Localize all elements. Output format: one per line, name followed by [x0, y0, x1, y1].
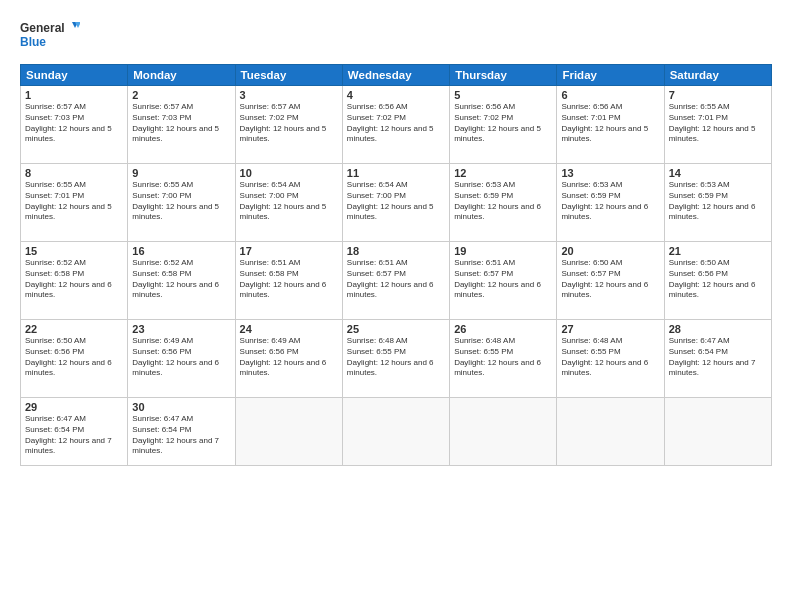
day-number: 29 [25, 401, 123, 413]
calendar-cell: 22 Sunrise: 6:50 AMSunset: 6:56 PMDaylig… [21, 320, 128, 398]
calendar-cell: 17 Sunrise: 6:51 AMSunset: 6:58 PMDaylig… [235, 242, 342, 320]
cell-info: Sunrise: 6:47 AMSunset: 6:54 PMDaylight:… [132, 414, 230, 457]
cell-info: Sunrise: 6:51 AMSunset: 6:58 PMDaylight:… [240, 258, 338, 301]
cell-info: Sunrise: 6:49 AMSunset: 6:56 PMDaylight:… [132, 336, 230, 379]
calendar-cell: 23 Sunrise: 6:49 AMSunset: 6:56 PMDaylig… [128, 320, 235, 398]
calendar-body: 1 Sunrise: 6:57 AMSunset: 7:03 PMDayligh… [21, 86, 772, 466]
calendar-cell: 24 Sunrise: 6:49 AMSunset: 6:56 PMDaylig… [235, 320, 342, 398]
day-number: 26 [454, 323, 552, 335]
day-number: 27 [561, 323, 659, 335]
col-header-monday: Monday [128, 65, 235, 86]
calendar-cell: 28 Sunrise: 6:47 AMSunset: 6:54 PMDaylig… [664, 320, 771, 398]
calendar-header-row: SundayMondayTuesdayWednesdayThursdayFrid… [21, 65, 772, 86]
day-number: 21 [669, 245, 767, 257]
calendar-cell: 16 Sunrise: 6:52 AMSunset: 6:58 PMDaylig… [128, 242, 235, 320]
cell-info: Sunrise: 6:55 AMSunset: 7:01 PMDaylight:… [25, 180, 123, 223]
day-number: 25 [347, 323, 445, 335]
cell-info: Sunrise: 6:56 AMSunset: 7:02 PMDaylight:… [454, 102, 552, 145]
calendar-cell [450, 398, 557, 466]
day-number: 18 [347, 245, 445, 257]
calendar-page: General Blue SundayMondayTuesdayWednesda… [0, 0, 792, 612]
calendar-cell [235, 398, 342, 466]
cell-info: Sunrise: 6:55 AMSunset: 7:01 PMDaylight:… [669, 102, 767, 145]
calendar-cell: 10 Sunrise: 6:54 AMSunset: 7:00 PMDaylig… [235, 164, 342, 242]
calendar-cell: 7 Sunrise: 6:55 AMSunset: 7:01 PMDayligh… [664, 86, 771, 164]
day-number: 24 [240, 323, 338, 335]
cell-info: Sunrise: 6:50 AMSunset: 6:56 PMDaylight:… [669, 258, 767, 301]
calendar-cell: 30 Sunrise: 6:47 AMSunset: 6:54 PMDaylig… [128, 398, 235, 466]
calendar-cell: 19 Sunrise: 6:51 AMSunset: 6:57 PMDaylig… [450, 242, 557, 320]
col-header-wednesday: Wednesday [342, 65, 449, 86]
col-header-sunday: Sunday [21, 65, 128, 86]
day-number: 2 [132, 89, 230, 101]
day-number: 20 [561, 245, 659, 257]
cell-info: Sunrise: 6:51 AMSunset: 6:57 PMDaylight:… [347, 258, 445, 301]
cell-info: Sunrise: 6:56 AMSunset: 7:02 PMDaylight:… [347, 102, 445, 145]
calendar-cell: 9 Sunrise: 6:55 AMSunset: 7:00 PMDayligh… [128, 164, 235, 242]
week-row-1: 1 Sunrise: 6:57 AMSunset: 7:03 PMDayligh… [21, 86, 772, 164]
cell-info: Sunrise: 6:52 AMSunset: 6:58 PMDaylight:… [132, 258, 230, 301]
calendar-cell: 2 Sunrise: 6:57 AMSunset: 7:03 PMDayligh… [128, 86, 235, 164]
calendar-cell: 12 Sunrise: 6:53 AMSunset: 6:59 PMDaylig… [450, 164, 557, 242]
col-header-friday: Friday [557, 65, 664, 86]
header: General Blue [20, 18, 772, 54]
day-number: 22 [25, 323, 123, 335]
col-header-saturday: Saturday [664, 65, 771, 86]
week-row-5: 29 Sunrise: 6:47 AMSunset: 6:54 PMDaylig… [21, 398, 772, 466]
day-number: 13 [561, 167, 659, 179]
calendar-table: SundayMondayTuesdayWednesdayThursdayFrid… [20, 64, 772, 466]
day-number: 28 [669, 323, 767, 335]
calendar-cell: 13 Sunrise: 6:53 AMSunset: 6:59 PMDaylig… [557, 164, 664, 242]
svg-text:Blue: Blue [20, 35, 46, 49]
calendar-cell: 11 Sunrise: 6:54 AMSunset: 7:00 PMDaylig… [342, 164, 449, 242]
cell-info: Sunrise: 6:49 AMSunset: 6:56 PMDaylight:… [240, 336, 338, 379]
cell-info: Sunrise: 6:55 AMSunset: 7:00 PMDaylight:… [132, 180, 230, 223]
cell-info: Sunrise: 6:47 AMSunset: 6:54 PMDaylight:… [669, 336, 767, 379]
calendar-cell: 5 Sunrise: 6:56 AMSunset: 7:02 PMDayligh… [450, 86, 557, 164]
cell-info: Sunrise: 6:51 AMSunset: 6:57 PMDaylight:… [454, 258, 552, 301]
day-number: 9 [132, 167, 230, 179]
day-number: 10 [240, 167, 338, 179]
day-number: 19 [454, 245, 552, 257]
calendar-cell: 21 Sunrise: 6:50 AMSunset: 6:56 PMDaylig… [664, 242, 771, 320]
week-row-4: 22 Sunrise: 6:50 AMSunset: 6:56 PMDaylig… [21, 320, 772, 398]
cell-info: Sunrise: 6:52 AMSunset: 6:58 PMDaylight:… [25, 258, 123, 301]
day-number: 15 [25, 245, 123, 257]
cell-info: Sunrise: 6:53 AMSunset: 6:59 PMDaylight:… [669, 180, 767, 223]
cell-info: Sunrise: 6:50 AMSunset: 6:56 PMDaylight:… [25, 336, 123, 379]
day-number: 11 [347, 167, 445, 179]
day-number: 3 [240, 89, 338, 101]
cell-info: Sunrise: 6:48 AMSunset: 6:55 PMDaylight:… [454, 336, 552, 379]
cell-info: Sunrise: 6:50 AMSunset: 6:57 PMDaylight:… [561, 258, 659, 301]
day-number: 14 [669, 167, 767, 179]
calendar-cell: 6 Sunrise: 6:56 AMSunset: 7:01 PMDayligh… [557, 86, 664, 164]
cell-info: Sunrise: 6:48 AMSunset: 6:55 PMDaylight:… [561, 336, 659, 379]
day-number: 8 [25, 167, 123, 179]
cell-info: Sunrise: 6:47 AMSunset: 6:54 PMDaylight:… [25, 414, 123, 457]
calendar-cell: 15 Sunrise: 6:52 AMSunset: 6:58 PMDaylig… [21, 242, 128, 320]
cell-info: Sunrise: 6:53 AMSunset: 6:59 PMDaylight:… [561, 180, 659, 223]
col-header-tuesday: Tuesday [235, 65, 342, 86]
day-number: 1 [25, 89, 123, 101]
week-row-3: 15 Sunrise: 6:52 AMSunset: 6:58 PMDaylig… [21, 242, 772, 320]
calendar-cell: 1 Sunrise: 6:57 AMSunset: 7:03 PMDayligh… [21, 86, 128, 164]
calendar-cell: 20 Sunrise: 6:50 AMSunset: 6:57 PMDaylig… [557, 242, 664, 320]
calendar-cell: 14 Sunrise: 6:53 AMSunset: 6:59 PMDaylig… [664, 164, 771, 242]
cell-info: Sunrise: 6:48 AMSunset: 6:55 PMDaylight:… [347, 336, 445, 379]
day-number: 5 [454, 89, 552, 101]
cell-info: Sunrise: 6:54 AMSunset: 7:00 PMDaylight:… [347, 180, 445, 223]
day-number: 7 [669, 89, 767, 101]
calendar-cell: 29 Sunrise: 6:47 AMSunset: 6:54 PMDaylig… [21, 398, 128, 466]
day-number: 6 [561, 89, 659, 101]
calendar-cell: 8 Sunrise: 6:55 AMSunset: 7:01 PMDayligh… [21, 164, 128, 242]
calendar-cell: 27 Sunrise: 6:48 AMSunset: 6:55 PMDaylig… [557, 320, 664, 398]
calendar-cell [664, 398, 771, 466]
calendar-cell: 4 Sunrise: 6:56 AMSunset: 7:02 PMDayligh… [342, 86, 449, 164]
week-row-2: 8 Sunrise: 6:55 AMSunset: 7:01 PMDayligh… [21, 164, 772, 242]
calendar-cell: 25 Sunrise: 6:48 AMSunset: 6:55 PMDaylig… [342, 320, 449, 398]
calendar-cell [557, 398, 664, 466]
cell-info: Sunrise: 6:57 AMSunset: 7:03 PMDaylight:… [25, 102, 123, 145]
day-number: 23 [132, 323, 230, 335]
cell-info: Sunrise: 6:57 AMSunset: 7:03 PMDaylight:… [132, 102, 230, 145]
logo-svg: General Blue [20, 18, 80, 54]
